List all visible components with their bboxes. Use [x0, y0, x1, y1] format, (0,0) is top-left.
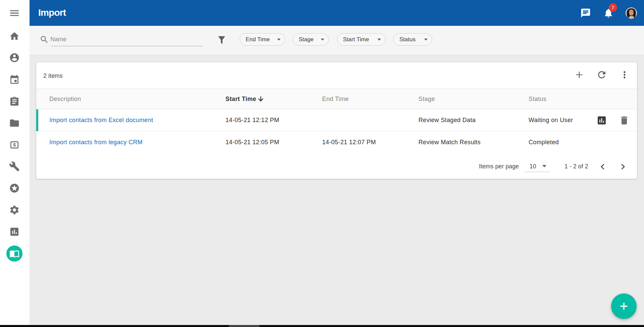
svg-text:$: $ [13, 142, 16, 148]
